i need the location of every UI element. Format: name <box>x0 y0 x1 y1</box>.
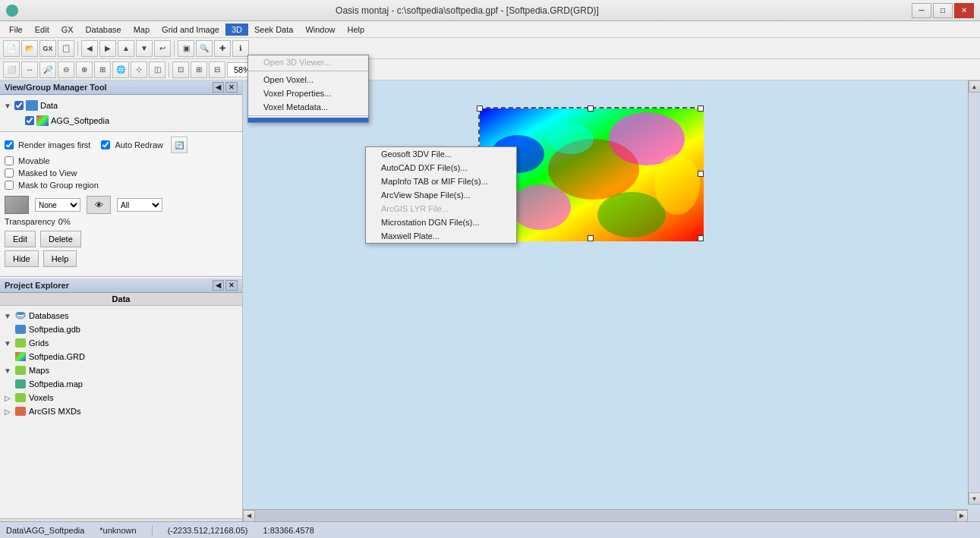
tree-softpedia-map[interactable]: Softpedia.map <box>3 377 239 391</box>
menu-map[interactable]: Map <box>128 24 156 36</box>
scrollbar-corner <box>968 509 980 521</box>
mask-group-checkbox[interactable] <box>5 181 14 190</box>
tree-softpedia-grd[interactable]: Softpedia.GRD <box>3 350 239 363</box>
close-button[interactable]: ✕ <box>954 3 974 18</box>
auto-redraw-checkbox[interactable] <box>101 140 110 149</box>
tb2-select[interactable]: ⬜ <box>3 61 20 78</box>
scroll-down[interactable]: ▼ <box>969 492 981 505</box>
masked-checkbox[interactable] <box>5 168 14 178</box>
menu-seek-data[interactable]: Seek Data <box>248 24 299 36</box>
tree-grids[interactable]: ▼ Grids <box>3 336 239 350</box>
tb2-grid[interactable]: ⊞ <box>191 61 207 78</box>
panel-close-btn[interactable]: ✕ <box>225 82 238 93</box>
handle-tm[interactable] <box>588 105 594 112</box>
movable-checkbox[interactable] <box>5 156 14 165</box>
pe-close-btns[interactable]: ◀ ✕ <box>213 280 238 291</box>
menu-grid-image[interactable]: Grid and Image <box>156 24 225 36</box>
panel-close-btns[interactable]: ◀ ✕ <box>213 82 238 93</box>
tb-gx[interactable]: GX <box>39 40 56 57</box>
tb-script[interactable]: 📋 <box>58 40 74 57</box>
edit-button[interactable]: Edit <box>5 231 36 247</box>
tb2-fit[interactable]: ⊞ <box>94 61 111 78</box>
handle-tl[interactable] <box>477 105 483 112</box>
import-maxwell-plate[interactable]: Maxwell Plate... <box>366 229 516 243</box>
none-select[interactable]: None <box>35 198 80 212</box>
tree-arcgis[interactable]: ▷ ArcGIS MXDs <box>3 404 239 418</box>
handle-br[interactable] <box>698 235 704 241</box>
menu-open-voxel[interactable]: Open Voxel... <box>248 73 368 87</box>
menu-file[interactable]: File <box>3 24 29 36</box>
tb2-snap[interactable]: ⊡ <box>172 61 189 78</box>
tb2-move[interactable]: ↔ <box>21 61 38 78</box>
arcgis-icon <box>14 405 27 417</box>
tb-up[interactable]: ▲ <box>118 40 134 57</box>
scroll-track-h[interactable] <box>255 510 956 521</box>
pe-close-btn[interactable]: ✕ <box>225 280 238 291</box>
tb-back[interactable]: ◀ <box>81 40 98 57</box>
handle-mr[interactable] <box>698 171 704 177</box>
menu-voxel-properties[interactable]: Voxel Properties... <box>248 87 368 100</box>
delete-button[interactable]: Delete <box>40 231 81 247</box>
all-select[interactable]: All <box>117 198 162 212</box>
menu-gx[interactable]: GX <box>55 24 80 36</box>
menu-voxel-metadata[interactable]: Voxel Metadata... <box>248 100 368 114</box>
tb2-zoom2[interactable]: 🔎 <box>39 61 56 78</box>
scroll-left[interactable]: ◀ <box>243 510 255 522</box>
panel-pin-btn[interactable]: ◀ <box>213 82 224 93</box>
tree-voxels[interactable]: ▷ Voxels <box>3 391 239 404</box>
menu-imports[interactable] <box>248 118 368 122</box>
mask-icon-btn[interactable] <box>5 196 29 214</box>
sep1 <box>248 71 368 71</box>
import-arcview-shape[interactable]: ArcView Shape File(s)... <box>366 188 516 202</box>
menu-window[interactable]: Window <box>299 24 341 36</box>
handle-bm[interactable] <box>588 235 594 241</box>
import-geosoft-3dv[interactable]: Geosoft 3DV File... <box>366 147 516 161</box>
scrollbar-bottom[interactable]: ◀ ▶ <box>243 509 968 521</box>
tb2-ruler[interactable]: ⊟ <box>209 61 225 78</box>
pe-pin-btn[interactable]: ◀ <box>213 280 224 291</box>
tb-down[interactable]: ▼ <box>136 40 153 57</box>
tb2-layer[interactable]: ◫ <box>149 61 165 78</box>
tb2-cursor[interactable]: ⊹ <box>131 61 147 78</box>
tree-maps[interactable]: ▼ Maps <box>3 363 239 377</box>
tree-item-agg[interactable]: AGG_Softpedia <box>3 113 239 128</box>
import-arcgis-lyr[interactable]: ArcGIS LYR File... <box>366 202 516 216</box>
render-images-checkbox[interactable] <box>5 140 14 149</box>
tb2-globe[interactable]: 🌐 <box>112 61 129 78</box>
tree-item-data[interactable]: ▼ Data <box>3 98 239 113</box>
refresh-btn[interactable]: 🔄 <box>171 137 187 153</box>
tree-softpedia-gdb[interactable]: Softpedia.gdb <box>3 322 239 336</box>
scroll-right[interactable]: ▶ <box>956 510 968 522</box>
tb-ref[interactable]: ↩ <box>154 40 171 57</box>
tb-pan[interactable]: ✚ <box>214 40 231 57</box>
tree-databases[interactable]: ▼ Databases <box>3 309 239 322</box>
window-controls[interactable]: ─ □ ✕ <box>912 3 974 18</box>
import-mapinfo-tab[interactable]: MapInfo TAB or MIF File(s)... <box>366 175 516 188</box>
data-checkbox[interactable] <box>14 101 24 110</box>
menu-help[interactable]: Help <box>342 24 371 36</box>
tb-sel1[interactable]: ▣ <box>178 40 194 57</box>
tb-new[interactable]: 📄 <box>3 40 20 57</box>
tb2-zoomout[interactable]: ⊖ <box>58 61 74 78</box>
scrollbar-right[interactable]: ▲ ▼ <box>968 80 980 505</box>
tb2-zoomin[interactable]: ⊕ <box>76 61 93 78</box>
menu-3d[interactable]: 3D <box>225 24 248 36</box>
hide-button[interactable]: Hide <box>5 250 39 267</box>
tb-fwd[interactable]: ▶ <box>99 40 116 57</box>
help-button[interactable]: Help <box>43 250 77 267</box>
handle-tr[interactable] <box>698 105 704 112</box>
import-microstation-dgn[interactable]: Microstation DGN File(s)... <box>366 216 516 229</box>
tb-open[interactable]: 📂 <box>21 40 38 57</box>
scroll-up[interactable]: ▲ <box>969 80 981 93</box>
agg-checkbox[interactable] <box>25 116 34 125</box>
menu-open-3d-viewer[interactable]: Open 3D Viewer... <box>248 55 368 69</box>
menu-database[interactable]: Database <box>80 24 128 36</box>
minimize-button[interactable]: ─ <box>912 3 931 18</box>
project-data-header: Data <box>0 293 242 306</box>
tb-zoom[interactable]: 🔍 <box>196 40 213 57</box>
action-buttons-row: Edit Delete <box>5 231 238 247</box>
tb-info[interactable]: ℹ <box>232 40 249 57</box>
import-autocad-dxf[interactable]: AutoCAD DXF File(s)... <box>366 161 516 175</box>
maximize-button[interactable]: □ <box>933 3 953 18</box>
menu-edit[interactable]: Edit <box>29 24 55 36</box>
